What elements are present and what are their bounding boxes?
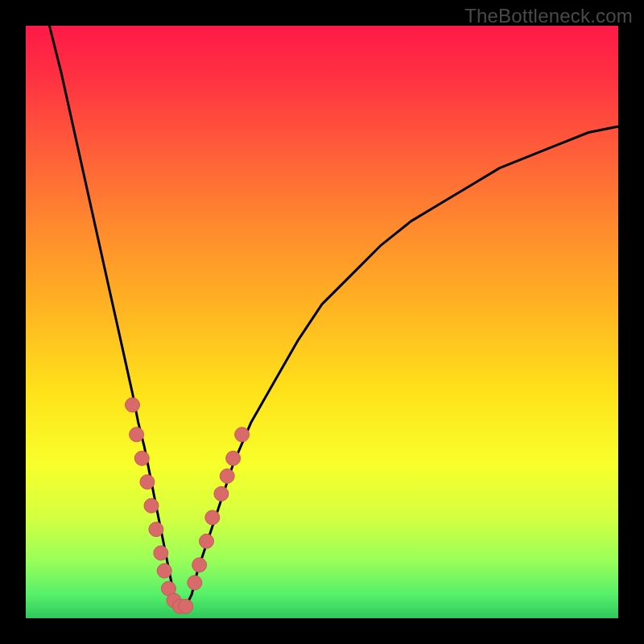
data-marker (130, 427, 144, 442)
data-marker (126, 398, 140, 412)
data-marker (149, 522, 163, 537)
data-marker (154, 546, 168, 560)
data-marker (192, 558, 207, 572)
curve-path (49, 26, 618, 606)
data-marker (144, 498, 159, 513)
chart-svg (26, 26, 618, 618)
plot-area (26, 26, 618, 618)
data-marker (140, 475, 155, 489)
data-marker (134, 451, 149, 465)
data-markers (126, 398, 250, 613)
data-marker (188, 576, 202, 590)
watermark-label: TheBottleneck.com (464, 5, 633, 27)
bottleneck-curve (49, 26, 618, 606)
data-marker (179, 599, 193, 613)
chart-frame: TheBottleneck.com (0, 0, 644, 644)
data-marker (235, 427, 250, 442)
data-marker (226, 451, 241, 465)
data-marker (214, 486, 229, 501)
data-marker (220, 469, 234, 483)
data-marker (200, 534, 214, 548)
data-marker (205, 510, 220, 525)
data-marker (157, 564, 171, 578)
